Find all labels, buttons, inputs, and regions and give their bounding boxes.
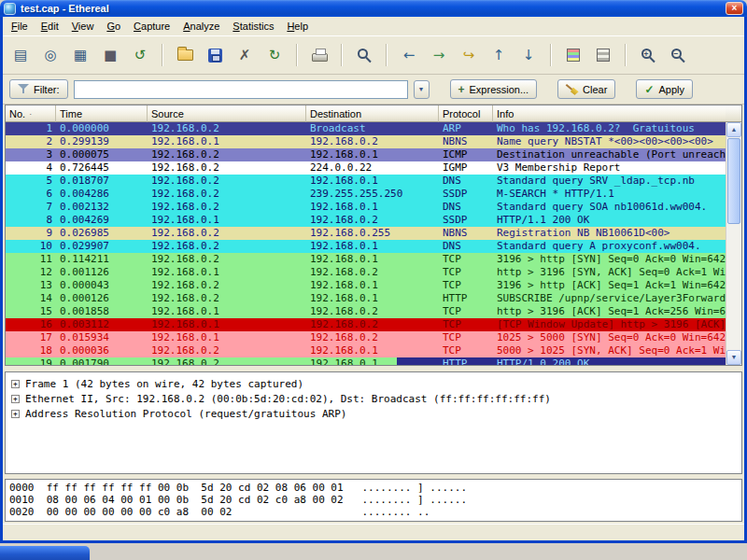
go-last-packet-button[interactable]: ↓ [514, 41, 543, 69]
title-bar[interactable]: test.cap - Ethereal × [0, 0, 747, 17]
packet-row[interactable]: 30.000075192.168.0.2192.168.0.1ICMPDesti… [6, 148, 726, 161]
expand-icon[interactable]: + [11, 380, 20, 388]
detail-line[interactable]: +Address Resolution Protocol (request/gr… [7, 406, 740, 421]
packet-cell-src: 192.168.0.1 [148, 305, 306, 318]
packet-cell-proto: TCP [439, 279, 493, 292]
packet-row[interactable]: 120.001126192.168.0.1192.168.0.2TCPhttp … [6, 266, 726, 279]
packet-cell-time: 0.001858 [56, 305, 148, 318]
hex-line: 0010 08 00 06 04 00 01 00 0b 5d 20 cd 02… [9, 494, 738, 506]
close-button[interactable]: × [726, 2, 743, 15]
packet-row[interactable]: 150.001858192.168.0.1192.168.0.2TCPhttp … [6, 305, 726, 318]
packet-row[interactable]: 50.018707192.168.0.2192.168.0.1DNSStanda… [6, 175, 726, 188]
packet-cell-dst: 192.168.0.2 [306, 305, 439, 318]
auto-scroll-button[interactable] [589, 41, 617, 69]
menu-file[interactable]: File [5, 18, 35, 35]
packet-cell-time: 0.000036 [56, 344, 148, 357]
packet-row[interactable]: 100.029907192.168.0.2192.168.0.1DNSStand… [6, 240, 726, 253]
scrollbar-track[interactable] [726, 225, 741, 350]
packet-row[interactable]: 10.000000192.168.0.2BroadcastARPWho has … [6, 122, 726, 135]
go-to-packet-button[interactable]: ↪ [455, 41, 483, 69]
menu-statistics[interactable]: Statistics [226, 18, 280, 35]
packet-cell-info: Standard query SRV _ldap._tcp.nb [493, 175, 726, 188]
column-header-no[interactable]: No.· [6, 105, 56, 122]
detail-line[interactable]: +Frame 1 (42 bytes on wire, 42 bytes cap… [7, 376, 740, 391]
packet-row[interactable]: 60.004286192.168.0.2239.255.255.250SSDPM… [6, 188, 726, 201]
file-open-button[interactable] [171, 41, 199, 69]
go-back-button[interactable]: ← [395, 41, 423, 69]
expand-icon[interactable]: + [11, 395, 20, 403]
go-forward-button[interactable]: → [425, 41, 453, 69]
capture-restart-button[interactable]: ↺ [126, 41, 154, 69]
colorize-button[interactable] [559, 41, 587, 69]
packet-row[interactable]: 160.003112192.168.0.1192.168.0.2TCP[TCP … [6, 318, 726, 331]
column-header-info[interactable]: Info [493, 105, 726, 122]
capture-stop-button[interactable]: ■ [96, 41, 124, 69]
file-save-button[interactable] [201, 41, 229, 69]
menu-go[interactable]: Go [100, 18, 127, 35]
filter-button[interactable]: Filter: [9, 79, 68, 99]
capture-interfaces-button[interactable]: ▤ [7, 41, 35, 69]
menu-help[interactable]: Help [280, 18, 315, 35]
clear-button[interactable]: Clear [557, 79, 615, 99]
column-header-time[interactable]: Time [56, 105, 148, 122]
packet-row[interactable]: 190.001790192.168.0.2192.168.0.1HTTPHTTP… [6, 357, 726, 365]
column-header-dst[interactable]: Destination [306, 105, 439, 122]
go-first-packet-button[interactable]: ↑ [485, 41, 513, 69]
scroll-up-button[interactable]: ▲ [726, 122, 741, 137]
packet-cell-no: 5 [6, 175, 56, 188]
packet-cell-dst: 192.168.0.2 [306, 214, 439, 227]
broom-icon [566, 83, 578, 95]
packet-cell-dst: 192.168.0.2 [306, 135, 439, 148]
packet-row[interactable]: 180.000036192.168.0.2192.168.0.1TCP5000 … [6, 344, 726, 357]
detail-line[interactable]: +Ethernet II, Src: 192.168.0.2 (00:0b:5d… [7, 391, 740, 406]
expression-button-label: Expression... [470, 84, 529, 95]
zoom-out-button[interactable] [664, 41, 692, 69]
packet-cell-no: 7 [6, 201, 56, 214]
packet-cell-time: 0.026985 [56, 227, 148, 240]
toolbar-separator [341, 44, 343, 66]
menu-edit[interactable]: Edit [35, 18, 65, 35]
packet-cell-info: M-SEARCH * HTTP/1.1 [493, 188, 726, 201]
column-label: Protocol [443, 108, 480, 119]
ethereal-window: test.cap - Ethereal × FileEditViewGoCapt… [0, 0, 747, 543]
packet-row[interactable]: 140.000126192.168.0.2192.168.0.1HTTPSUBS… [6, 292, 726, 305]
hex-line: 0000 ff ff ff ff ff ff 00 0b 5d 20 cd 02… [9, 482, 738, 494]
packet-cell-info: Standard query SOA nb10061d.ww004. [493, 201, 726, 214]
column-header-src[interactable]: Source [148, 105, 306, 122]
packet-row[interactable]: 70.002132192.168.0.2192.168.0.1DNSStanda… [6, 201, 726, 214]
packet-row[interactable]: 110.114211192.168.0.2192.168.0.1TCP3196 … [6, 253, 726, 266]
column-label: Source [151, 108, 184, 119]
capture-options-button[interactable]: ◎ [36, 41, 64, 69]
scrollbar-thumb[interactable] [727, 138, 740, 224]
scroll-down-button[interactable]: ▼ [726, 350, 741, 365]
packet-cell-proto: ARP [439, 122, 493, 135]
packet-row[interactable]: 20.299139192.168.0.1192.168.0.2NBNSName … [6, 135, 726, 148]
print-button[interactable] [305, 41, 333, 69]
apply-button[interactable]: ✓ Apply [636, 79, 693, 99]
packet-row[interactable]: 80.004269192.168.0.1192.168.0.2SSDPHTTP/… [6, 214, 726, 227]
capture-start-button[interactable]: ▦ [66, 41, 94, 69]
packet-list-pane: No.·TimeSourceDestinationProtocolInfo 10… [5, 105, 742, 366]
column-header-proto[interactable]: Protocol [439, 105, 493, 122]
packet-row[interactable]: 90.026985192.168.0.2192.168.0.255NBNSReg… [6, 227, 726, 240]
expression-button[interactable]: + Expression... [450, 79, 538, 99]
expand-icon[interactable]: + [11, 410, 20, 418]
menu-analyze[interactable]: Analyze [176, 18, 226, 35]
file-close-button[interactable]: ✗ [231, 41, 259, 69]
menu-capture[interactable]: Capture [127, 18, 176, 35]
find-packet-button[interactable] [350, 41, 378, 69]
app-icon[interactable] [4, 3, 16, 15]
packet-row[interactable]: 130.000043192.168.0.2192.168.0.1TCP3196 … [6, 279, 726, 292]
menu-view[interactable]: View [65, 18, 101, 35]
packet-row[interactable]: 40.726445192.168.0.2224.0.0.22IGMPV3 Mem… [6, 161, 726, 175]
packet-row[interactable]: 170.015934192.168.0.1192.168.0.2TCP1025 … [6, 331, 726, 344]
filter-dropdown-button[interactable]: ▼ [414, 80, 430, 99]
packet-cell-src: 192.168.0.2 [148, 279, 306, 292]
zoom-in-button[interactable] [634, 41, 662, 69]
taskbar-button[interactable] [0, 546, 90, 560]
reload-button[interactable]: ↻ [261, 41, 289, 69]
clear-button-label: Clear [583, 84, 607, 95]
packet-cell-no: 12 [6, 266, 56, 279]
filter-input[interactable] [74, 80, 408, 99]
packet-cell-time: 0.004269 [56, 214, 148, 227]
